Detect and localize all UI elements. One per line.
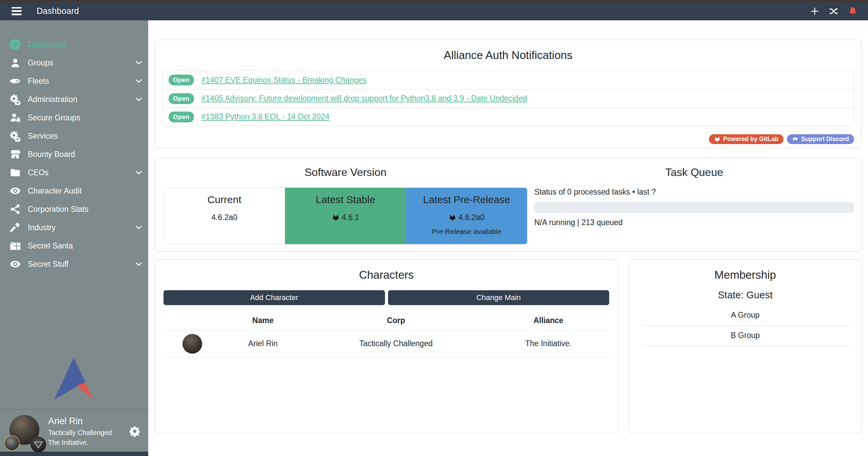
notification-row: Open #1405 Advisory: Future development …	[162, 89, 854, 107]
user-corp: Tactically Challenged	[48, 429, 112, 437]
notifications-list: Open #1407 EVE Equinox Status - Breaking…	[162, 71, 854, 126]
sidebar-item-secret-stuff[interactable]: Secret Stuff	[0, 255, 148, 273]
sidebar-item-label: Secret Santa	[28, 241, 73, 251]
membership-group: A Group	[641, 305, 849, 326]
discord-badge[interactable]: Support Discord	[787, 134, 854, 144]
user-settings-gear-icon[interactable]	[129, 425, 141, 437]
user-info: Ariel Rin Tactically Challenged The Init…	[48, 416, 112, 447]
membership-title: Membership	[636, 269, 854, 281]
prerelease-note: Pre-Release available	[406, 227, 527, 236]
sidebar-item-label: Industry	[28, 223, 56, 232]
sidebar-item-label: Dashboard	[28, 40, 66, 49]
gitlab-badge[interactable]: Powered by GitLab	[709, 134, 784, 144]
change-main-button[interactable]: Change Main	[388, 290, 610, 305]
gauge-icon	[9, 38, 22, 51]
characters-actions: Add Character Change Main	[163, 290, 609, 305]
gifts-icon	[9, 239, 22, 252]
navbar-actions	[810, 6, 858, 16]
corp-logo-badge	[4, 435, 20, 451]
task-queue-summary: N/A running | 213 queued	[534, 218, 854, 227]
sidebar-item-dashboard[interactable]: Dashboard	[0, 35, 148, 54]
add-character-button[interactable]: Add Character	[163, 290, 385, 305]
sidebar-item-bounty-board[interactable]: Bounty Board	[0, 145, 148, 163]
version-prerelease-value: 4.6.2a0	[459, 213, 485, 222]
software-taskqueue-panel: Software Version Current 4.6.2a0 Latest …	[154, 158, 862, 252]
sidebar-item-industry[interactable]: Industry	[0, 218, 148, 237]
version-prerelease: Latest Pre-Release 4.6.2a0 Pre-Release a…	[406, 188, 527, 244]
space-shuttle-icon	[9, 75, 22, 87]
sidebar-item-label: Administration	[28, 95, 77, 104]
notification-row: Open #1383 Python 3.8 EOL - 14 Oct 2024	[162, 107, 854, 126]
sidebar-item-corporation-stats[interactable]: Corporation Stats	[0, 200, 148, 218]
version-prerelease-label: Latest Pre-Release	[406, 194, 527, 205]
version-stable: Latest Stable 4.6.1	[285, 188, 406, 244]
sidebar-item-label: Fleets	[28, 77, 49, 86]
user-panel: Ariel Rin Tactically Challenged The Init…	[0, 409, 148, 452]
gitlab-icon	[714, 136, 720, 142]
sidebar-item-administration[interactable]: Administration	[0, 90, 148, 108]
membership-state: State: Guest	[636, 290, 854, 301]
software-version-title: Software Version	[162, 166, 529, 179]
notifications-bell-icon[interactable]	[848, 6, 858, 16]
user-avatar	[5, 414, 43, 448]
alliance-logo-badge	[31, 437, 46, 452]
task-queue-section: Task Queue Status of 0 processed tasks •…	[529, 166, 854, 243]
chevron-down-icon	[134, 259, 143, 269]
notification-row: Open #1407 EVE Equinox Status - Breaking…	[162, 71, 854, 89]
status-badge: Open	[169, 93, 194, 104]
cogs-icon	[9, 93, 22, 106]
notification-link[interactable]: #1407 EVE Equinox Status - Breaking Chan…	[201, 76, 367, 85]
add-icon[interactable]	[810, 6, 820, 16]
avatar-column-header	[163, 312, 221, 330]
sidebar-item-secret-santa[interactable]: Secret Santa	[0, 237, 148, 255]
sidebar-bottom-strip	[0, 452, 148, 456]
hamburger-menu-icon[interactable]	[12, 7, 22, 15]
character-row[interactable]: Ariel Rin Tactically Challenged The Init…	[163, 330, 609, 357]
version-current-value: 4.6.2a0	[211, 213, 237, 222]
software-version-section: Software Version Current 4.6.2a0 Latest …	[162, 166, 529, 243]
main-content: Alliance Auth Notifications Open #1407 E…	[148, 20, 868, 456]
alliance-column-header: Alliance	[487, 312, 609, 330]
hammer-icon	[9, 221, 22, 234]
chevron-down-icon	[134, 168, 143, 177]
sidebar-item-label: Services	[28, 132, 58, 141]
eye-icon	[9, 184, 22, 197]
character-corp: Tactically Challenged	[304, 330, 487, 357]
user-icon	[9, 56, 22, 69]
discord-badge-label: Support Discord	[801, 136, 849, 143]
cogs-icon	[9, 130, 22, 142]
gitlab-icon	[449, 214, 456, 221]
sidebar-item-label: Secret Stuff	[28, 260, 69, 269]
sidebar-item-secure-groups[interactable]: Secure Groups	[0, 108, 148, 127]
notifications-title: Alliance Auth Notifications	[162, 49, 854, 62]
sidebar-item-ceos[interactable]: CEOs	[0, 163, 148, 182]
alliance-auth-logo	[54, 358, 95, 400]
characters-table-header: Name Corp Alliance	[163, 312, 609, 330]
sidebar-item-label: CEOs	[28, 168, 49, 177]
character-name: Ariel Rin	[221, 330, 305, 357]
characters-table: Name Corp Alliance Ariel Rin Tactically …	[163, 312, 609, 357]
sidebar-item-label: Character Audit	[28, 186, 82, 196]
version-stable-value: 4.6.1	[342, 213, 359, 222]
user-lock-icon	[9, 111, 22, 124]
sidebar-item-label: Bounty Board	[28, 150, 75, 159]
version-current: Current 4.6.2a0	[164, 188, 285, 244]
notification-link[interactable]: #1383 Python 3.8 EOL - 14 Oct 2024	[201, 112, 330, 121]
user-name: Ariel Rin	[48, 416, 112, 427]
sidebar-item-services[interactable]: Services	[0, 127, 148, 145]
sidebar-item-character-audit[interactable]: Character Audit	[0, 182, 148, 200]
sidebar: Dashboard Groups Fleets	[0, 20, 148, 456]
notifications-panel: Alliance Auth Notifications Open #1407 E…	[154, 40, 862, 148]
version-stable-label: Latest Stable	[285, 194, 406, 205]
discord-icon	[792, 136, 798, 142]
sidebar-item-label: Corporation Stats	[28, 205, 89, 214]
task-queue-status: Status of 0 processed tasks • last ?	[534, 187, 854, 197]
status-badge: Open	[169, 75, 194, 85]
sidebar-item-fleets[interactable]: Fleets	[0, 72, 148, 90]
notification-link[interactable]: #1405 Advisory: Future development will …	[201, 94, 527, 103]
sidebar-item-label: Secure Groups	[28, 113, 80, 122]
shuffle-icon[interactable]	[829, 6, 839, 16]
user-alliance: The Initiative.	[48, 438, 112, 447]
sidebar-item-groups[interactable]: Groups	[0, 54, 148, 72]
page-title: Dashboard	[37, 6, 79, 16]
